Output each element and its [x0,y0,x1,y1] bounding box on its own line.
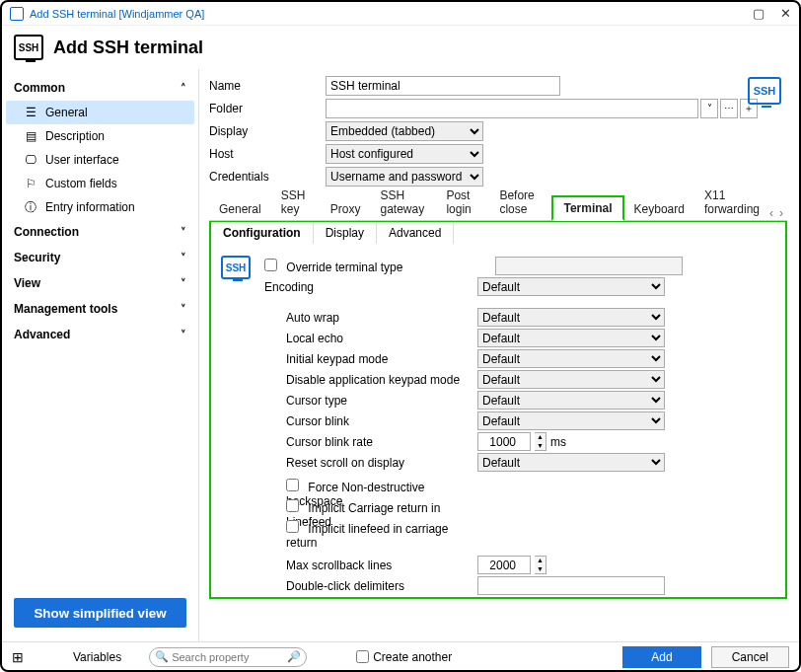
sidebar-item-custom-fields[interactable]: ⚐ Custom fields [6,172,194,195]
sidebar-section-security[interactable]: Security ˅ [6,245,194,270]
chevron-down-icon: ˅ [181,303,186,316]
max-scrollback-spinner[interactable]: ▲▼ [535,556,546,574]
reset-scroll-select[interactable]: Default [477,453,665,472]
host-label: Host [209,147,326,161]
app-icon [10,7,24,21]
folder-more-button[interactable]: ⋯ [720,99,738,118]
max-scrollback-label: Max scrollback lines [264,559,477,572]
window-close-icon[interactable]: ✕ [780,6,791,21]
folder-dropdown-button[interactable]: ˅ [700,99,718,118]
force-backspace-checkbox[interactable] [286,479,299,491]
cursor-blink-rate-input[interactable] [477,432,531,451]
sidebar: Common ˄ ☰ General ▤ Description 🖵 User … [2,69,199,641]
chevron-down-icon: ˅ [181,252,186,264]
sidebar-section-management-tools[interactable]: Management tools ˅ [6,296,194,322]
titlebar: Add SSH terminal [Windjammer QA] ▢ ✕ [2,2,799,26]
ssh-corner-icon: SSH [748,77,781,105]
double-click-input[interactable] [477,576,665,595]
tabs: General SSH key Proxy SSH gateway Post l… [209,195,787,221]
display-select[interactable]: Embedded (tabbed) [326,121,483,141]
configuration-panel: SSH Override terminal type Encoding Defa… [209,244,787,599]
sidebar-section-connection[interactable]: Connection ˅ [6,219,194,245]
titlebar-text: Add SSH terminal [Windjammer QA] [30,8,753,20]
tab-x11-forwarding[interactable]: X11 forwarding [694,185,769,220]
cursor-blink-rate-unit: ms [550,435,566,449]
tabs-scroll-right-icon[interactable]: › [779,206,783,220]
main: SSH Name Folder ˅ ⋯ ＋ Display Embedded (… [199,69,799,641]
create-another-label: Create another [373,650,452,664]
auto-wrap-label: Auto wrap [264,311,477,325]
sidebar-item-general[interactable]: ☰ General [6,101,194,124]
sidebar-item-entry-information[interactable]: ⓘ Entry information [6,195,194,219]
tag-icon: ⚐ [24,178,37,189]
credentials-select[interactable]: Username and password [326,167,483,187]
cursor-type-label: Cursor type [264,394,477,408]
folder-input[interactable] [326,99,698,118]
sidebar-item-label: User interface [45,153,119,167]
tabs-scroll-left-icon[interactable]: ‹ [769,206,773,220]
name-label: Name [209,79,326,93]
search-property-input[interactable] [149,647,307,667]
create-another-checkbox[interactable] [356,650,369,663]
sidebar-item-label: Description [45,129,105,143]
screen-icon: 🖵 [24,154,37,166]
variables-label[interactable]: Variables [73,650,121,664]
ssh-terminal-icon: SSH [14,35,43,60]
tab-proxy[interactable]: Proxy [321,198,371,220]
sidebar-item-description[interactable]: ▤ Description [6,124,194,148]
disable-keypad-select[interactable]: Default [477,370,665,389]
sidebar-section-label: View [14,276,40,290]
sidebar-section-view[interactable]: View ˅ [6,270,194,296]
tab-post-login[interactable]: Post login [436,185,489,220]
tab-general[interactable]: General [209,198,271,220]
sidebar-item-label: Entry information [45,200,135,214]
initial-keypad-select[interactable]: Default [477,349,665,368]
tab-ssh-gateway[interactable]: SSH gateway [371,185,437,220]
subtabs: Configuration Display Advanced [209,220,787,244]
override-terminal-type-checkbox[interactable] [264,259,277,271]
override-terminal-type-label: Override terminal type [286,261,402,274]
sidebar-section-common[interactable]: Common ˄ [6,75,194,101]
add-button[interactable]: Add [622,646,700,668]
grid-icon[interactable]: ⊞ [12,649,24,665]
subtab-configuration[interactable]: Configuration [211,222,314,244]
local-echo-select[interactable]: Default [477,329,665,347]
encoding-select[interactable]: Default [477,277,665,296]
chevron-down-icon: ˅ [181,277,186,290]
implicit-lf-cr-checkbox[interactable] [286,520,299,533]
cursor-blink-label: Cursor blink [264,414,477,428]
cursor-blink-rate-label: Cursor blink rate [264,435,477,449]
cancel-button[interactable]: Cancel [711,646,789,668]
window-maximize-icon[interactable]: ▢ [753,6,765,21]
cursor-blink-rate-spinner[interactable]: ▲▼ [535,432,546,451]
sidebar-section-label: Connection [14,225,79,239]
sidebar-section-label: Management tools [14,302,117,316]
tab-ssh-key[interactable]: SSH key [271,185,321,220]
auto-wrap-select[interactable]: Default [477,308,665,327]
host-select[interactable]: Host configured [326,144,483,164]
tab-keyboard[interactable]: Keyboard [624,198,694,220]
name-input[interactable] [326,76,560,96]
footer: ⊞ Variables 🔍 🔎 Create another Add Cance… [2,641,799,671]
chevron-up-icon: ˄ [181,82,186,95]
cursor-blink-select[interactable]: Default [477,411,665,430]
reset-scroll-label: Reset scroll on display [264,456,477,470]
search-go-icon[interactable]: 🔎 [287,650,301,663]
encoding-label: Encoding [264,280,477,294]
chevron-down-icon: ˅ [181,226,186,239]
subtab-display[interactable]: Display [314,222,377,244]
display-label: Display [209,124,326,138]
sidebar-item-user-interface[interactable]: 🖵 User interface [6,148,194,172]
tab-terminal[interactable]: Terminal [551,195,623,221]
subtab-advanced[interactable]: Advanced [377,222,454,244]
cursor-type-select[interactable]: Default [477,391,665,410]
implicit-cr-lf-checkbox[interactable] [286,499,299,512]
max-scrollback-input[interactable] [477,556,531,574]
tab-before-close[interactable]: Before close [489,185,551,220]
show-simplified-view-button[interactable]: Show simplified view [14,598,186,628]
initial-keypad-label: Initial keypad mode [264,352,477,366]
sidebar-section-advanced[interactable]: Advanced ˅ [6,322,194,347]
override-terminal-type-field[interactable] [495,257,683,275]
chevron-down-icon: ˅ [181,329,186,341]
ssh-mini-icon: SSH [221,256,251,279]
